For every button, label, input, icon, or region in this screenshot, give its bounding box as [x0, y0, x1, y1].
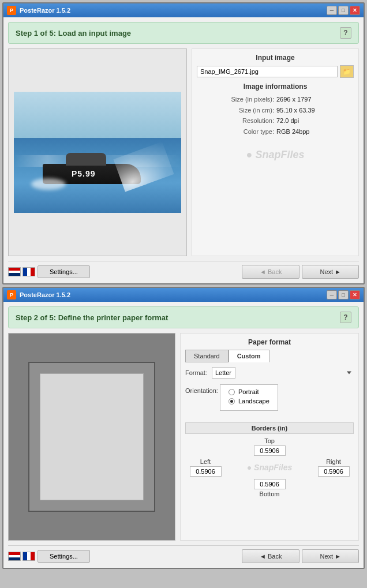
orientation-section: Orientation: Portrait Landscape — [185, 384, 354, 417]
watermark-2: ● SnapFiles — [247, 463, 292, 472]
left-input[interactable] — [190, 466, 222, 477]
foam — [31, 178, 66, 190]
center-watermark: ● SnapFiles — [228, 463, 311, 472]
portrait-radio[interactable] — [229, 389, 235, 395]
close-button-1[interactable]: ✕ — [350, 6, 360, 15]
size-cm-value: 95.10 x 63.39 — [276, 105, 334, 116]
window-2: P PosteRazor 1.5.2 ─ □ ✕ Step 2 of 5: De… — [2, 287, 365, 569]
help-button-2[interactable]: ? — [340, 312, 351, 323]
info-panel-1: Input image Snap_IMG_2671.jpg 📁 Image in… — [192, 48, 359, 256]
next-button-1[interactable]: Next ► — [302, 265, 359, 279]
main-area-2: Paper format Standard Custom Format: Let… — [8, 333, 359, 541]
right-label: Right — [326, 458, 341, 465]
help-button-1[interactable]: ? — [340, 27, 351, 39]
size-cm-label: Size (in cm): — [216, 105, 274, 116]
paper-preview — [28, 362, 155, 512]
size-pixels-row: Size (in pixels): 2696 x 1797 — [197, 94, 354, 105]
orientation-landscape-row: Landscape — [229, 398, 269, 405]
format-select-wrapper: Letter A4 A3 Legal — [212, 367, 354, 379]
orientation-portrait-row: Portrait — [229, 388, 269, 395]
format-select[interactable]: Letter A4 A3 Legal — [212, 367, 235, 379]
settings-button-1[interactable]: Settings... — [38, 265, 90, 278]
landscape-label: Landscape — [238, 398, 269, 405]
watermark-1: ● SnapFiles — [197, 149, 354, 161]
bottom-left-1: Settings... — [8, 265, 90, 278]
paper-format-panel: Paper format Standard Custom Format: Let… — [180, 333, 359, 541]
sky — [14, 92, 181, 138]
flag-2[interactable] — [23, 267, 35, 276]
size-pixels-value: 2696 x 1797 — [276, 94, 334, 105]
orientation-label: Orientation: — [185, 384, 220, 394]
landscape-radio[interactable] — [229, 398, 235, 405]
paper-format-title: Paper format — [185, 338, 354, 346]
step-header-1: Step 1 of 5: Load an input image ? — [8, 22, 359, 44]
nav-buttons-1: ◄ Back Next ► — [242, 265, 359, 279]
orientation-box: Portrait Landscape — [220, 384, 278, 411]
flag-4[interactable] — [23, 552, 35, 561]
maximize-button-2[interactable]: □ — [338, 290, 349, 299]
open-file-button[interactable]: 📁 — [340, 65, 354, 78]
title-bar-2: P PosteRazor 1.5.2 ─ □ ✕ — [3, 288, 364, 302]
app-icon-1: P — [7, 6, 16, 15]
flag-1[interactable] — [8, 267, 21, 276]
bottom-label: Bottom — [260, 490, 280, 497]
image-info-table: Size (in pixels): 2696 x 1797 Size (in c… — [197, 94, 354, 137]
title-bar-1: P PosteRazor 1.5.2 ─ □ ✕ — [3, 3, 364, 17]
filename-box: Snap_IMG_2671.jpg — [197, 66, 338, 77]
maximize-button-1[interactable]: □ — [338, 6, 349, 15]
left-label: Left — [200, 458, 211, 465]
title-bar-left-2: P PosteRazor 1.5.2 — [7, 290, 70, 299]
minimize-button-2[interactable]: ─ — [327, 290, 337, 299]
window-content-2: Step 2 of 5: Define the printer paper fo… — [3, 302, 364, 568]
top-section: Top — [228, 437, 311, 456]
minimize-button-1[interactable]: ─ — [327, 6, 337, 15]
size-pixels-label: Size (in pixels): — [216, 94, 274, 105]
cockpit — [66, 153, 106, 166]
boat-image: P5.99 — [14, 92, 181, 213]
flags-area-2 — [8, 552, 35, 561]
select-arrow-icon — [347, 372, 351, 374]
flags-area-1 — [8, 267, 35, 276]
size-cm-row: Size (in cm): 95.10 x 63.39 — [197, 105, 354, 116]
format-row: Format: Letter A4 A3 Legal — [185, 367, 354, 379]
title-bar-buttons-2: ─ □ ✕ — [327, 290, 360, 299]
borders-section: Borders (in) Top Left — [185, 422, 354, 497]
input-image-row: Snap_IMG_2671.jpg 📁 — [197, 65, 354, 78]
tab-standard[interactable]: Standard — [185, 350, 229, 362]
settings-button-2[interactable]: Settings... — [38, 550, 90, 563]
back-button-1[interactable]: ◄ Back — [242, 265, 299, 279]
back-button-2[interactable]: ◄ Back — [242, 549, 299, 563]
bottom-bar-1: Settings... ◄ Back Next ► — [8, 261, 359, 279]
color-label: Color type: — [216, 126, 274, 137]
title-bar-left-1: P PosteRazor 1.5.2 — [7, 6, 70, 15]
window-1: P PosteRazor 1.5.2 ─ □ ✕ Step 1 of 5: Lo… — [2, 2, 365, 284]
portrait-label: Portrait — [238, 388, 259, 395]
flag-3[interactable] — [8, 552, 21, 561]
resolution-label: Resolution: — [216, 115, 274, 126]
preview-area-1: P5.99 — [8, 48, 187, 256]
boat-number: P5.99 — [72, 169, 96, 178]
bottom-bar-2: Settings... ◄ Back Next ► — [8, 545, 359, 563]
bottom-input[interactable] — [254, 479, 286, 489]
right-section: Right — [313, 458, 354, 477]
window-title-2: PosteRazor 1.5.2 — [20, 291, 70, 298]
image-info-title: Image informations — [197, 83, 354, 91]
top-input[interactable] — [254, 445, 286, 456]
window-title-1: PosteRazor 1.5.2 — [20, 7, 70, 14]
next-button-2[interactable]: Next ► — [302, 549, 359, 563]
tab-row: Standard Custom — [185, 350, 354, 362]
step-title-2: Step 2 of 5: Define the printer paper fo… — [16, 313, 168, 322]
close-button-2[interactable]: ✕ — [350, 290, 360, 299]
format-label: Format: — [185, 369, 207, 376]
top-label: Top — [264, 437, 275, 444]
main-area-1: P5.99 Input image Snap_IMG_2671.jpg 📁 Im… — [8, 48, 359, 256]
borders-title: Borders (in) — [185, 422, 354, 434]
tab-custom[interactable]: Custom — [229, 350, 269, 362]
bottom-section: Bottom — [228, 479, 311, 497]
step-title-1: Step 1 of 5: Load an input image — [16, 29, 131, 38]
nav-buttons-2: ◄ Back Next ► — [242, 549, 359, 563]
right-input[interactable] — [318, 466, 350, 477]
color-value: RGB 24bpp — [276, 126, 334, 137]
color-row: Color type: RGB 24bpp — [197, 126, 354, 137]
window-content-1: Step 1 of 5: Load an input image ? P5.99 — [3, 17, 364, 283]
